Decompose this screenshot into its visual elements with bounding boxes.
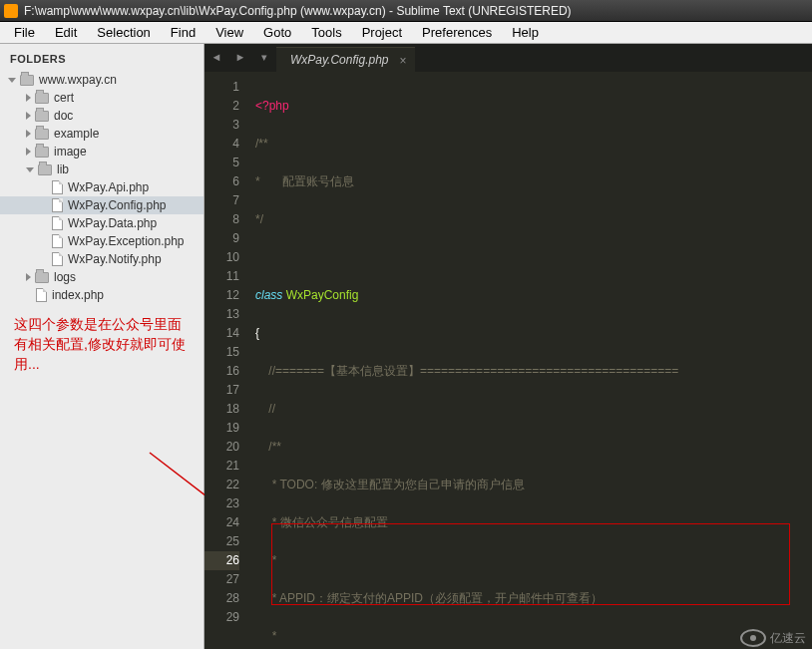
menu-find[interactable]: Find: [161, 23, 205, 42]
folder-icon: [38, 164, 52, 175]
menu-selection[interactable]: Selection: [87, 23, 160, 42]
menu-tools[interactable]: Tools: [301, 23, 351, 42]
line-gutter: 1234567891011121314151617181920212223242…: [204, 72, 249, 649]
window-titlebar: F:\wamp\www\www.wxpay.cn\lib\WxPay.Confi…: [0, 0, 812, 22]
editor-pane: ◄ ► ▾ WxPay.Config.php× 1234567891011121…: [204, 44, 812, 649]
tab-nav-left[interactable]: ◄: [207, 49, 225, 67]
file-item[interactable]: WxPay.Exception.php: [0, 232, 203, 250]
folder-doc[interactable]: doc: [0, 107, 203, 125]
folder-icon: [35, 93, 49, 104]
tab-bar: ◄ ► ▾ WxPay.Config.php×: [204, 44, 812, 72]
tab-menu[interactable]: ▾: [255, 49, 273, 67]
eye-icon: [740, 629, 766, 647]
folder-image[interactable]: image: [0, 143, 203, 161]
folder-icon: [20, 75, 34, 86]
file-item[interactable]: WxPay.Data.php: [0, 214, 203, 232]
app-icon: [4, 4, 18, 18]
folder-icon: [35, 147, 49, 158]
folder-icon: [35, 272, 49, 283]
tab-nav-right[interactable]: ►: [231, 49, 249, 67]
file-item[interactable]: WxPay.Notify.php: [0, 250, 203, 268]
menu-file[interactable]: File: [4, 23, 45, 42]
menu-project[interactable]: Project: [352, 23, 412, 42]
window-title: F:\wamp\www\www.wxpay.cn\lib\WxPay.Confi…: [24, 4, 572, 18]
file-icon: [36, 288, 47, 302]
code-editor[interactable]: 1234567891011121314151617181920212223242…: [204, 72, 812, 649]
menu-help[interactable]: Help: [502, 23, 549, 42]
file-icon: [52, 252, 63, 266]
menu-goto[interactable]: Goto: [253, 23, 301, 42]
menu-preferences[interactable]: Preferences: [412, 23, 502, 42]
file-item[interactable]: WxPay.Api.php: [0, 178, 203, 196]
watermark: 亿速云: [740, 629, 806, 647]
file-icon: [52, 216, 63, 230]
folder-icon: [35, 111, 49, 122]
sidebar-header: FOLDERS: [0, 50, 203, 71]
menu-bar: File Edit Selection Find View Goto Tools…: [0, 22, 812, 44]
menu-view[interactable]: View: [205, 23, 253, 42]
file-icon: [52, 180, 63, 194]
file-icon: [52, 198, 63, 212]
folder-cert[interactable]: cert: [0, 89, 203, 107]
folder-logs[interactable]: logs: [0, 268, 203, 286]
svg-line-0: [150, 453, 204, 552]
annotation-text: 这四个参数是在公众号里面有相关配置,修改好就即可使用...: [0, 304, 203, 378]
annotation-arrow: [120, 443, 204, 572]
file-icon: [52, 234, 63, 248]
menu-edit[interactable]: Edit: [45, 23, 87, 42]
close-icon[interactable]: ×: [399, 54, 406, 68]
tab-active[interactable]: WxPay.Config.php×: [276, 47, 415, 72]
folder-example[interactable]: example: [0, 125, 203, 143]
file-item[interactable]: index.php: [0, 286, 203, 304]
sidebar: FOLDERS www.wxpay.cn cert doc example im…: [0, 44, 204, 649]
code-area[interactable]: <?php /** * 配置账号信息 */ class WxPayConfig …: [249, 72, 812, 649]
folder-root[interactable]: www.wxpay.cn: [0, 71, 203, 89]
folder-icon: [35, 129, 49, 140]
folder-lib[interactable]: lib: [0, 161, 203, 178]
file-item-selected[interactable]: WxPay.Config.php: [0, 196, 203, 214]
